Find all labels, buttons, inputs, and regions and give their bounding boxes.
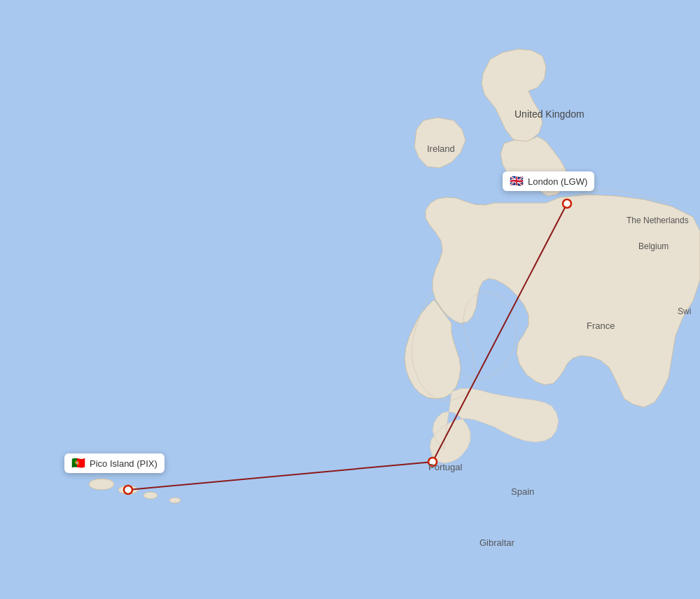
svg-point-7 — [428, 458, 437, 466]
svg-point-5 — [563, 199, 571, 208]
map-svg — [0, 0, 700, 599]
svg-point-6 — [124, 486, 132, 494]
svg-point-4 — [169, 498, 181, 503]
svg-point-1 — [89, 479, 114, 490]
map-container: 🇬🇧 London (LGW) 🇵🇹 Pico Island (PIX) Uni… — [0, 0, 700, 599]
svg-point-3 — [144, 492, 158, 499]
